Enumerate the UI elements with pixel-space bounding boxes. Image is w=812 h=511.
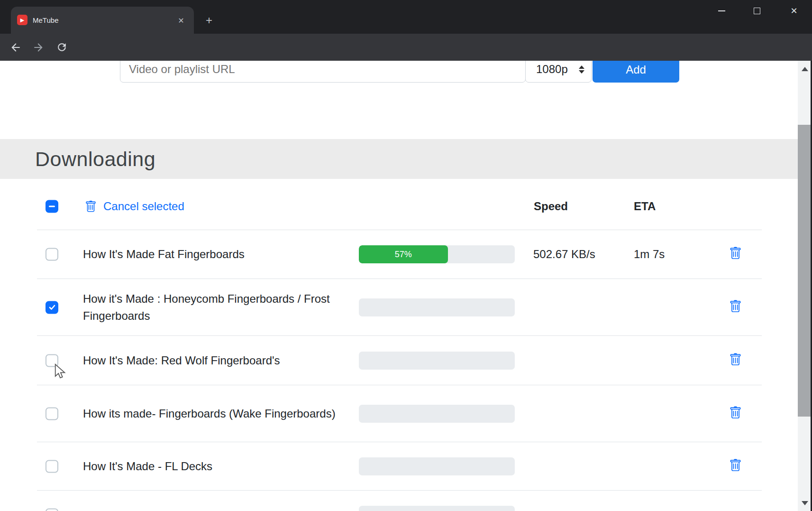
- download-row: How It's Made: Red Wolf Fingerboard's: [37, 335, 762, 385]
- window-close-button[interactable]: ✕: [783, 4, 805, 18]
- delete-download-button[interactable]: [729, 247, 742, 262]
- quality-value: 1080p: [526, 63, 568, 82]
- download-title: How it's Made : Honeycomb Fingerboards /…: [83, 290, 339, 325]
- progress-bar: [359, 405, 515, 423]
- scrollbar-thumb[interactable]: [798, 125, 812, 417]
- progress-fill: 57%: [359, 245, 448, 263]
- download-speed: 502.67 KB/s: [533, 248, 595, 261]
- window-maximize-button[interactable]: [746, 4, 768, 18]
- download-eta: 1m 7s: [634, 248, 665, 261]
- metube-page: Video or playlist URL 1080p Add Download…: [0, 61, 812, 511]
- download-title: How It's Made Fat Fingerboards: [83, 246, 245, 263]
- window-minimize-button[interactable]: [711, 4, 732, 18]
- progress-bar: 57%: [359, 245, 515, 263]
- cancel-selected-button[interactable]: Cancel selected: [85, 200, 184, 213]
- progress-bar: [359, 506, 515, 511]
- scroll-up-icon[interactable]: [798, 62, 812, 76]
- reload-icon[interactable]: [52, 34, 71, 61]
- add-button[interactable]: Add: [593, 61, 679, 83]
- row-checkbox[interactable]: [46, 301, 58, 314]
- mouse-cursor: [54, 363, 66, 381]
- delete-download-button[interactable]: [729, 299, 742, 315]
- row-checkbox[interactable]: [46, 509, 58, 511]
- video-url-input[interactable]: Video or playlist URL: [120, 61, 526, 83]
- quality-select[interactable]: 1080p: [525, 61, 592, 83]
- tab-close-icon[interactable]: ✕: [175, 14, 187, 27]
- row-checkbox[interactable]: [46, 460, 58, 473]
- section-title: Downloading: [0, 148, 155, 171]
- download-row: How It's Made Fat Fingerboards57%502.67 …: [37, 230, 762, 279]
- forward-icon[interactable]: [29, 34, 48, 61]
- progress-bar: [359, 352, 515, 370]
- download-row: [37, 490, 762, 511]
- trash-icon: [85, 200, 97, 213]
- new-tab-button[interactable]: +: [202, 13, 216, 28]
- back-icon[interactable]: [6, 34, 25, 61]
- delete-download-button[interactable]: [729, 406, 742, 421]
- downloading-section-header: Downloading: [0, 139, 812, 179]
- row-checkbox[interactable]: [46, 407, 58, 420]
- download-title: How It's Made - FL Decks: [83, 458, 212, 475]
- download-title: How It's Made: Red Wolf Fingerboard's: [83, 352, 280, 369]
- select-all-checkbox[interactable]: [46, 200, 58, 213]
- metube-favicon-icon: ▶: [17, 15, 27, 25]
- progress-bar: [359, 298, 515, 316]
- progress-label: 57%: [395, 250, 412, 260]
- browser-tab-bar: ▶ MeTube ✕ + ✕: [0, 0, 812, 34]
- select-caret-icon: [579, 65, 584, 74]
- download-row: How It's Made - FL Decks: [37, 442, 762, 490]
- video-url-placeholder: Video or playlist URL: [120, 63, 235, 82]
- delete-download-button[interactable]: [729, 458, 742, 474]
- delete-download-button[interactable]: [729, 353, 742, 368]
- cancel-selected-label: Cancel selected: [103, 200, 184, 213]
- browser-tab-metube[interactable]: ▶ MeTube ✕: [11, 7, 194, 34]
- page-scrollbar[interactable]: [798, 61, 812, 511]
- download-title: How its made- Fingerboards (Wake Fingerb…: [83, 405, 336, 422]
- tab-title: MeTube: [33, 16, 58, 24]
- row-checkbox[interactable]: [46, 248, 58, 261]
- download-row: How it's Made : Honeycomb Fingerboards /…: [37, 279, 762, 335]
- column-header-eta: ETA: [634, 200, 656, 213]
- scroll-down-icon[interactable]: [798, 496, 812, 510]
- browser-toolbar: localhost:8081 Incognito: [0, 34, 812, 61]
- column-header-speed: Speed: [534, 200, 568, 213]
- download-row: How its made- Fingerboards (Wake Fingerb…: [37, 385, 762, 442]
- progress-bar: [359, 457, 515, 475]
